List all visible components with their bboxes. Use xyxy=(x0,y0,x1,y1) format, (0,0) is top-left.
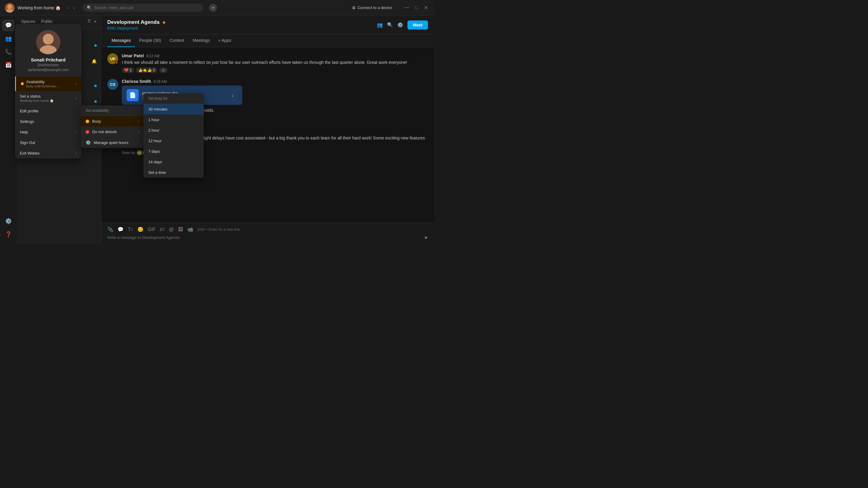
chevron-right-icon: › xyxy=(138,119,139,124)
download-button[interactable]: ↓ xyxy=(228,90,238,100)
nav-back[interactable]: ‹ xyxy=(65,4,70,11)
sidebar-help-icon[interactable]: ❓ xyxy=(2,228,14,240)
chevron-right-icon: › xyxy=(75,130,76,134)
reaction-add[interactable]: ☺ xyxy=(159,67,167,73)
sender-name: Clarissa Smith xyxy=(122,79,151,84)
avail-label: Do not disturb xyxy=(92,130,117,134)
search-input[interactable] xyxy=(94,5,199,10)
gif-icon[interactable]: GIF xyxy=(148,227,156,232)
sidebar-chat-icon[interactable]: 💬 xyxy=(2,19,14,31)
menu-item-help[interactable]: Help › xyxy=(15,127,82,137)
tab-meetings[interactable]: Meetings xyxy=(188,34,214,47)
sidebar-meetings-icon[interactable]: 📅 xyxy=(2,59,14,71)
search-chat-icon[interactable]: 🔍 xyxy=(387,22,393,28)
chat-header-actions: 👥 🔍 ⚙️ Meet xyxy=(377,21,428,30)
add-members-icon[interactable]: 👥 xyxy=(377,22,383,28)
tab-content[interactable]: Content xyxy=(165,34,188,47)
busy-item-2hour[interactable]: 2 hour xyxy=(144,125,204,135)
busy-item-30min[interactable]: 30 minutes xyxy=(144,104,204,115)
chat-subtitle[interactable]: ENG Deployment xyxy=(107,26,377,30)
message-content: Umar Patel 8:12 AM I think we should all… xyxy=(122,53,428,73)
message-header: Umar Patel 8:12 AM xyxy=(122,53,428,58)
search-icon: 🔍 xyxy=(87,5,92,10)
settings-chat-icon[interactable]: ⚙️ xyxy=(397,22,403,28)
avail-item-dnd[interactable]: Do not disturb › xyxy=(81,127,144,137)
sidebar-calls-icon[interactable]: 📞 xyxy=(2,46,14,58)
thread-icon[interactable]: 💬 xyxy=(118,227,124,232)
menu-label: Settings xyxy=(20,119,34,124)
availability-submenu: Set availability Busy › Do not disturb ›… xyxy=(81,105,144,148)
profile-avatar[interactable] xyxy=(36,30,60,54)
availability-header: Set availability xyxy=(81,105,144,116)
menu-item-left: Sign Out xyxy=(20,140,35,145)
busy-item-set-time[interactable]: Set a time xyxy=(144,167,204,178)
avail-item-manage-quiet[interactable]: ⚙️ Manage quiet hours xyxy=(81,137,144,148)
spaces-add-icon[interactable]: + xyxy=(93,19,97,25)
close-btn[interactable]: ✕ xyxy=(423,4,429,11)
sidebar-settings-icon[interactable]: ⚙️ xyxy=(2,215,14,227)
chat-input-tools: 📎 💬 T↕ 😊 GIF 🏷 @ 🖼 📹 Shift + Enter for a… xyxy=(107,227,428,232)
profile-name: Sonali Pritchard xyxy=(31,57,65,62)
avatar: CS xyxy=(107,79,118,90)
busy-header: Set busy for xyxy=(144,93,204,104)
maximize-btn[interactable]: □ xyxy=(414,4,419,11)
meet-button[interactable]: Meet xyxy=(407,21,428,30)
chat-input-row: ➤ xyxy=(107,235,428,240)
search-bar[interactable]: 🔍 xyxy=(83,4,203,12)
menu-item-set-status[interactable]: Set a status Working from home 🏠 › xyxy=(15,91,82,106)
menu-item-edit-profile[interactable]: Edit profile xyxy=(15,106,82,116)
sidebar-teams-icon[interactable]: 👥 xyxy=(2,33,14,44)
chevron-right-icon: › xyxy=(75,96,76,101)
format-icon[interactable]: T↕ xyxy=(128,227,133,232)
message-text: I think we should all take a moment to r… xyxy=(122,59,428,66)
add-button[interactable]: + xyxy=(209,4,217,12)
spaces-filter-icon[interactable]: ☰ xyxy=(87,19,91,25)
user-avatar-small[interactable] xyxy=(5,3,14,13)
connect-device-btn[interactable]: 🖥 Connect to a device xyxy=(349,4,395,11)
mention-icon[interactable]: @ xyxy=(169,227,174,232)
menu-sub: Working from home 🏠 xyxy=(20,99,54,103)
image-icon[interactable]: 🖼 xyxy=(178,227,183,232)
app-window: Working from home 🏠 ‹ › 🔍 + 🖥 Connect to… xyxy=(0,0,434,244)
minimize-btn[interactable]: — xyxy=(403,4,410,11)
tab-people[interactable]: People (30) xyxy=(135,34,165,47)
menu-label: Sign Out xyxy=(20,140,35,145)
menu-item-sign-out[interactable]: Sign Out xyxy=(15,137,82,148)
menu-item-availability[interactable]: Availability Busy until tomorrow,... › xyxy=(15,76,82,91)
menu-item-exit-webex[interactable]: Exit Webex › xyxy=(15,148,82,158)
unread-dot xyxy=(94,85,97,87)
busy-item-1hour[interactable]: 1 hour xyxy=(144,115,204,125)
star-icon[interactable]: ★ xyxy=(162,20,166,25)
unread-dot xyxy=(94,100,97,103)
menu-label: Edit profile xyxy=(20,109,38,113)
chat-title: Development Agenda xyxy=(107,19,159,25)
reaction-thumbs[interactable]: 👍🤙👍 3 xyxy=(136,67,157,73)
menu-item-left: Exit Webex xyxy=(20,151,40,156)
busy-option-label: 12 hour xyxy=(148,138,161,143)
video-icon[interactable]: 📹 xyxy=(187,227,193,232)
message-input[interactable] xyxy=(107,235,422,240)
svg-point-0 xyxy=(7,4,12,9)
busy-item-12hour[interactable]: 12 hour xyxy=(144,135,204,146)
chevron-right-icon: › xyxy=(138,130,139,134)
status-dot xyxy=(115,61,118,64)
reaction-heart[interactable]: ❤️ 1 xyxy=(122,67,134,73)
tab-messages[interactable]: Messages xyxy=(107,34,135,47)
busy-item-7days[interactable]: 7 days xyxy=(144,146,204,157)
avail-item-left: ⚙️ Manage quiet hours xyxy=(86,140,128,145)
menu-item-settings[interactable]: Settings xyxy=(15,116,82,127)
send-button[interactable]: ➤ xyxy=(424,235,428,240)
sticker-icon[interactable]: 🏷 xyxy=(160,227,164,232)
busy-option-label: Set a time xyxy=(148,170,166,175)
tab-apps[interactable]: + Apps xyxy=(214,34,236,47)
busy-item-14days[interactable]: 14 days xyxy=(144,157,204,167)
menu-label: Availability xyxy=(26,79,59,84)
profile-avatar-img xyxy=(36,30,60,54)
profile-dropdown: Sonali Pritchard She/Her/Hers spritchard… xyxy=(15,24,82,158)
attach-icon[interactable]: 📎 xyxy=(107,227,113,232)
chat-tabs: Messages People (30) Content Meetings + … xyxy=(101,34,434,47)
nav-forward[interactable]: › xyxy=(71,4,76,11)
emoji-icon[interactable]: 😊 xyxy=(137,227,144,232)
avail-item-busy[interactable]: Busy › xyxy=(81,116,144,127)
svg-point-1 xyxy=(6,9,13,13)
